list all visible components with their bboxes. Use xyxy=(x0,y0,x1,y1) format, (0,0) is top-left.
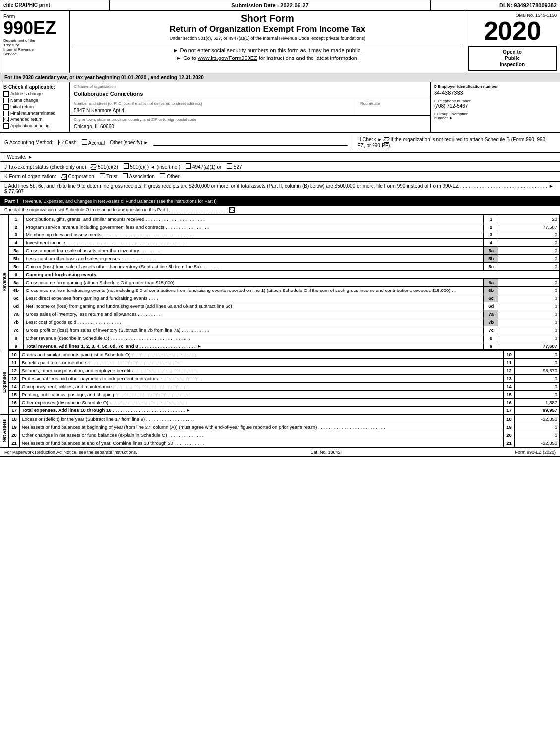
line-ref-amount-cell: 0 xyxy=(498,286,560,294)
header-top: efile GRAPHIC print Submission Date - 20… xyxy=(0,0,560,11)
line-num-ref-cell: 13 xyxy=(504,374,515,382)
ein-label: D Employer identification number xyxy=(434,84,557,89)
part1-schedule-checkbox[interactable]: ✓ xyxy=(229,207,235,213)
net-assets-table-wrapper: 18Excess or (deficit) for the year (Subt… xyxy=(8,415,560,447)
line-num-cell: 21 xyxy=(9,439,20,447)
line-num-cell: 2 xyxy=(9,223,24,231)
line-desc-cell: Program service revenue including govern… xyxy=(24,223,484,231)
line-ref-amount-cell: 0 xyxy=(498,254,560,262)
check-amended-return: ✓ Amended return xyxy=(3,117,66,122)
h-checkbox[interactable]: ✓ xyxy=(384,137,389,143)
application-pending-checkbox[interactable] xyxy=(3,123,9,129)
form-footer: For Paperwork Reduction Act Notice, see … xyxy=(0,447,560,456)
g-label: G Accounting Method: xyxy=(4,140,53,145)
form-page: efile GRAPHIC print Submission Date - 20… xyxy=(0,0,560,457)
cash-checkbox[interactable]: ✓ xyxy=(58,140,63,145)
tax-501c3: ✓ 501(c)(3) xyxy=(91,164,119,170)
initial-return-checkbox[interactable] xyxy=(3,104,9,110)
tax-insert: ) ◄ (insert no.) xyxy=(147,164,181,170)
check-initial-return: Initial return xyxy=(3,104,66,110)
final-return-label: Final return/terminated xyxy=(10,111,56,116)
address-value: 5847 N Kenmore Apt 4 xyxy=(72,107,354,114)
address-label: Number and street (or P. O. box, if mail… xyxy=(72,100,354,107)
name-change-checkbox[interactable] xyxy=(3,98,9,103)
line-ref-amount-cell: 0 xyxy=(498,294,560,302)
org-name-label: C Name of organization xyxy=(72,83,145,90)
phone-label: E Telephone number xyxy=(434,99,557,103)
line-num-ref-cell: 3 xyxy=(484,231,498,238)
part1-label: Part I xyxy=(4,198,18,204)
expenses-table: 10Grants and similar amounts paid (list … xyxy=(8,350,560,414)
tax-exempt-label: J Tax-exempt status (check only one): xyxy=(4,164,88,170)
net-assets-side-label: Net Assets xyxy=(0,415,8,447)
line-num-cell: 17 xyxy=(9,406,20,414)
return-title: Return of Organization Exempt From Incom… xyxy=(74,24,461,34)
line-ref-amount-cell: 0 xyxy=(498,246,560,254)
line-desc-cell: Net assets or fund balances at beginning… xyxy=(20,423,504,431)
line-num-cell: 8 xyxy=(9,334,24,342)
address-change-checkbox[interactable] xyxy=(3,91,9,97)
line-num-ref-cell: 8 xyxy=(484,334,498,342)
corp-check: ✓ Corporation xyxy=(62,174,96,179)
year-section: OMB No. 1545-1150 2020 Open toPublicInsp… xyxy=(465,11,560,73)
line-amount-cell: 0 xyxy=(515,423,560,431)
room-label: Room/suite xyxy=(358,100,428,107)
line-desc-cell: Gross income from fundraising events (no… xyxy=(24,286,484,294)
line-num-ref-cell: 14 xyxy=(504,382,515,390)
line-desc-cell: Less: cost or other basis and sales expe… xyxy=(24,254,484,262)
line-num-cell: 7b xyxy=(9,318,24,326)
line-desc-cell: Gaming and fundraising events xyxy=(24,270,560,278)
line-num-cell: 10 xyxy=(9,350,20,358)
line-num-ref-cell: 9 xyxy=(484,342,498,349)
part1-header: Part I Revenue, Expenses, and Changes in… xyxy=(0,197,560,206)
line-desc-cell: Excess or (deficit) for the year (Subtra… xyxy=(20,415,504,423)
line-num-ref-cell: 10 xyxy=(504,350,515,358)
line-amount-cell: 98,570 xyxy=(515,366,560,374)
form-number-section: Form 990EZ Department of theTreasuryInte… xyxy=(0,11,70,73)
phone-value: (708) 712-5467 xyxy=(434,103,557,109)
form-k-row: K Form of organization: ✓ Corporation Tr… xyxy=(0,172,560,182)
form-k-label: K Form of organization: xyxy=(4,174,56,179)
line-amount-cell: 0 xyxy=(515,350,560,358)
line-num-cell: 16 xyxy=(9,398,20,406)
net-assets-table: 18Excess or (deficit) for the year (Subt… xyxy=(8,415,560,447)
tax-501c: 501(c)( xyxy=(124,164,147,170)
city-row: City or town, state or province, country… xyxy=(70,116,430,131)
line-ref-cell: 7a xyxy=(484,310,498,318)
room-col: Room/suite xyxy=(356,99,430,115)
line-num-cell: 6a xyxy=(9,278,24,286)
accrual-checkbox[interactable] xyxy=(82,139,87,145)
line-ref-cell: 5b xyxy=(484,254,498,262)
revenue-table: 1Contributions, gifts, grants, and simil… xyxy=(8,215,560,350)
amended-return-label: Amended return xyxy=(10,117,43,122)
expenses-side-label: Expenses xyxy=(0,350,8,414)
line-num-cell: 7a xyxy=(9,310,24,318)
line-desc-cell: Gross amount from sale of assets other t… xyxy=(24,246,484,254)
org-name-row: C Name of organization Collaborative Con… xyxy=(70,82,430,99)
line-num-ref-cell: 2 xyxy=(484,223,498,231)
line-num-ref-cell: 18 xyxy=(504,415,515,423)
ein-section: D Employer identification number 84-4387… xyxy=(431,82,560,132)
line-num-cell: 6c xyxy=(9,294,24,302)
line-num-cell: 19 xyxy=(9,423,20,431)
amended-return-checkbox[interactable]: ✓ xyxy=(3,117,9,122)
line-num-cell: 6 xyxy=(9,270,24,278)
address-change-label: Address change xyxy=(10,91,43,96)
line-num-cell: 18 xyxy=(9,415,20,423)
line-amount-cell: 77,607 xyxy=(498,342,560,349)
accounting-row: G Accounting Method: ✓ Cash Accrual Othe… xyxy=(0,132,560,153)
final-return-checkbox[interactable] xyxy=(3,111,9,116)
revenue-side-label: Revenue xyxy=(0,215,8,350)
tax-year: 2020 xyxy=(468,18,557,44)
cat-number: Cat. No. 10642I xyxy=(311,450,342,455)
line-amount-cell: 0 xyxy=(515,390,560,398)
efile-label: efile GRAPHIC print xyxy=(0,0,110,10)
check-section: B Check if applicable: Address change Na… xyxy=(0,82,560,132)
expenses-table-wrapper: 10Grants and similar amounts paid (list … xyxy=(8,350,560,414)
line-num-ref-cell: 4 xyxy=(484,238,498,246)
line-amount-cell: 0 xyxy=(515,382,560,390)
line-amount-cell: 0 xyxy=(498,326,560,334)
line-desc-cell: Grants and similar amounts paid (list in… xyxy=(20,350,504,358)
group-exempt: F Group ExemptionNumber ► xyxy=(434,112,557,120)
line-desc-cell: Contributions, gifts, grants, and simila… xyxy=(24,215,484,223)
